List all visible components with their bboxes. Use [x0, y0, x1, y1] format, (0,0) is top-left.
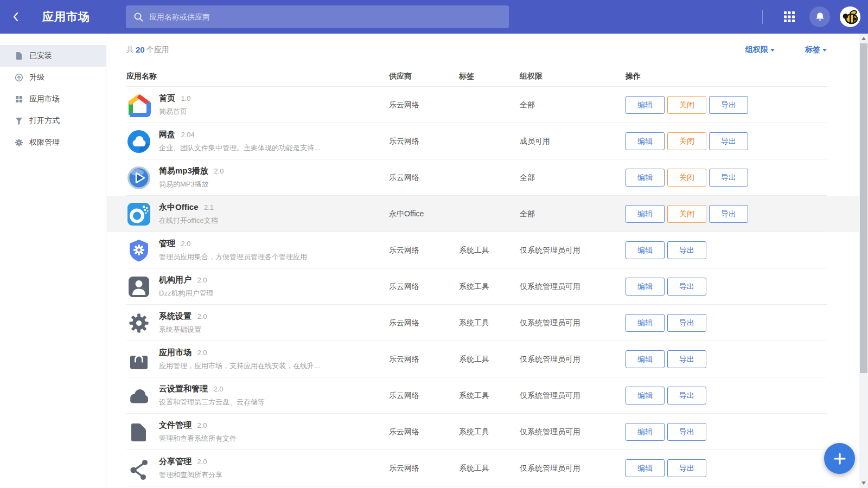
notifications-bell-icon[interactable]	[809, 7, 830, 27]
edit-button[interactable]: 编辑	[626, 314, 665, 332]
app-name: 管理	[159, 239, 175, 248]
app-version: 2.0	[213, 385, 223, 393]
office-app-icon	[126, 202, 151, 227]
app-actions: 编辑导出	[626, 241, 827, 259]
app-actions: 编辑关闭导出	[626, 96, 827, 114]
edit-button[interactable]: 编辑	[626, 459, 665, 477]
export-button[interactable]: 导出	[709, 132, 748, 150]
export-button[interactable]: 导出	[667, 387, 706, 404]
edit-button[interactable]: 编辑	[626, 205, 665, 223]
edit-button[interactable]: 编辑	[626, 423, 665, 441]
column-group-permission: 组权限	[520, 72, 626, 81]
app-description: Dzz机构用户管理	[159, 288, 213, 298]
app-vendor: 乐云网络	[389, 246, 459, 255]
edit-button[interactable]: 编辑	[626, 169, 665, 187]
export-button[interactable]: 导出	[667, 350, 706, 368]
app-vendor: 乐云网络	[389, 282, 459, 292]
app-vendor: 乐云网络	[389, 464, 459, 473]
app-permission: 仅系统管理员可用	[520, 355, 626, 364]
shield-app-icon	[126, 238, 151, 263]
export-button[interactable]: 导出	[667, 278, 706, 296]
edit-button[interactable]: 编辑	[626, 387, 665, 404]
user-avatar[interactable]	[840, 7, 860, 27]
sidebar-item-permission[interactable]: 权限管理	[0, 132, 106, 153]
app-permission: 全部	[520, 173, 626, 183]
close-button[interactable]: 关闭	[667, 169, 706, 187]
app-vendor: 乐云网络	[389, 355, 459, 364]
close-button[interactable]: 关闭	[667, 132, 706, 150]
edit-button[interactable]: 编辑	[626, 350, 665, 368]
app-version: 2.0	[197, 421, 207, 429]
sidebar-item-label: 权限管理	[29, 138, 60, 147]
export-button[interactable]: 导出	[667, 423, 706, 441]
app-count-prefix: 共	[126, 45, 134, 55]
sidebar-item-app-market[interactable]: 应用市场	[0, 88, 106, 110]
app-name: 机构用户	[159, 275, 192, 284]
close-button[interactable]: 关闭	[667, 96, 706, 114]
user-app-icon	[126, 274, 151, 299]
sidebar-item-installed[interactable]: 已安装	[0, 45, 106, 67]
apps-launcher-icon[interactable]	[779, 7, 800, 27]
table-row: 管理 2.0 管理员应用集合，方便管理员管理各个管理应用 乐云网络 系统工具 仅…	[107, 232, 859, 268]
bag-app-icon	[126, 347, 151, 372]
sidebar: 已安装 升级 应用市场 打开方式 权限管理	[0, 34, 106, 488]
app-description: 简易的MP3播放	[159, 179, 224, 189]
app-actions: 编辑导出	[626, 459, 827, 477]
export-button[interactable]: 导出	[709, 169, 748, 187]
edit-button[interactable]: 编辑	[626, 241, 665, 259]
sidebar-item-upgrade[interactable]: 升级	[0, 67, 106, 88]
export-button[interactable]: 导出	[667, 241, 706, 259]
edit-button[interactable]: 编辑	[626, 96, 665, 114]
table-row: 永中Office 2.1 在线打开office文档 永中Office 全部 编辑…	[107, 196, 859, 232]
scrollbar-thumb[interactable]	[860, 43, 867, 373]
app-description: 系统基础设置	[159, 325, 207, 335]
app-tag: 系统工具	[459, 464, 520, 473]
app-vendor: 乐云网络	[389, 100, 459, 110]
app-permission: 成员可用	[520, 137, 626, 146]
scrollbar-up-arrow[interactable]	[859, 34, 868, 43]
app-tag: 系统工具	[459, 427, 520, 437]
app-version: 2.0	[197, 458, 207, 466]
file-icon	[15, 52, 23, 60]
sidebar-item-open-method[interactable]: 打开方式	[0, 110, 106, 132]
app-version: 2.04	[181, 131, 194, 139]
table-row: 网盘 2.04 企业、团队文件集中管理。主要体现的功能是支持... 乐云网络 成…	[107, 123, 859, 159]
page-title: 应用市场	[42, 9, 90, 24]
app-name: 分享管理	[159, 457, 192, 466]
app-name: 文件管理	[159, 420, 192, 429]
clouddisk-app-icon	[126, 129, 151, 154]
topbar-divider	[762, 10, 763, 24]
app-vendor: 乐云网络	[389, 318, 459, 328]
search-input[interactable]	[149, 12, 501, 21]
column-actions: 操作	[626, 72, 827, 81]
app-permission: 仅系统管理员可用	[520, 391, 626, 401]
filter-tag[interactable]: 标签	[805, 45, 827, 55]
app-description: 管理和查看系统所有文件	[159, 434, 237, 444]
filter-group-permission[interactable]: 组权限	[745, 45, 775, 55]
table-header: 应用名称 供应商 标签 组权限 操作	[107, 66, 859, 87]
export-button[interactable]: 导出	[709, 96, 748, 114]
app-version: 2.0	[181, 240, 190, 248]
topbar-right-group	[762, 7, 868, 27]
back-button[interactable]	[0, 0, 31, 34]
app-vendor: 乐云网络	[389, 427, 459, 437]
app-name: 云设置和管理	[159, 384, 208, 393]
gearapp-app-icon	[126, 311, 151, 336]
app-tag: 系统工具	[459, 391, 520, 401]
export-button[interactable]: 导出	[709, 205, 748, 223]
app-tag: 系统工具	[459, 282, 520, 292]
app-permission: 全部	[520, 100, 626, 110]
export-button[interactable]: 导出	[667, 314, 706, 332]
edit-button[interactable]: 编辑	[626, 132, 665, 150]
scrollbar-down-arrow[interactable]	[859, 479, 868, 487]
add-app-button[interactable]	[824, 443, 855, 474]
edit-button[interactable]: 编辑	[626, 278, 665, 296]
app-actions: 编辑关闭导出	[626, 132, 827, 150]
share-app-icon	[126, 456, 151, 481]
app-name: 系统设置	[159, 311, 192, 320]
upgrade-icon	[15, 73, 23, 82]
close-button[interactable]: 关闭	[667, 205, 706, 223]
app-description: 设置和管理第三方云盘、云存储等	[159, 397, 265, 407]
table-body: 首页 1.0 简易首页 乐云网络 全部 编辑关闭导出 网盘 2.04 企业、团队…	[107, 87, 859, 486]
export-button[interactable]: 导出	[667, 459, 706, 477]
